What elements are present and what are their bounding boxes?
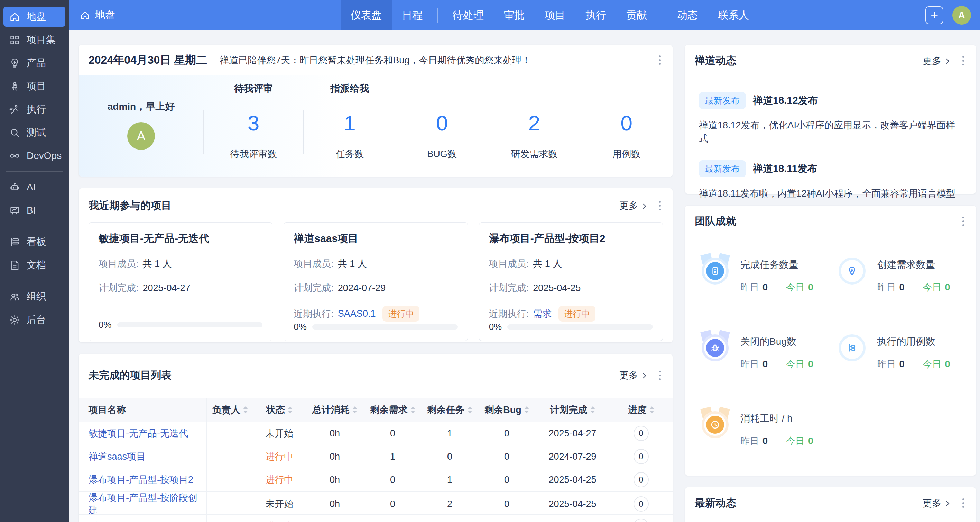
tab-execution[interactable]: 执行 bbox=[576, 0, 616, 30]
column-header-sortable[interactable]: 剩余任务 bbox=[421, 404, 478, 416]
yesterday-label: 昨日 bbox=[877, 281, 896, 294]
tab-contribution[interactable]: 贡献 bbox=[616, 0, 657, 30]
sidebar-item-label: AI bbox=[27, 182, 36, 193]
today-value: 0 bbox=[808, 359, 813, 370]
sidebar-item-bi[interactable]: BI bbox=[3, 200, 65, 220]
sidebar-item-kanban[interactable]: 看板 bbox=[3, 232, 65, 252]
welcome-card: 2024年04月30日 星期二 禅道已陪伴您7天：昨日您暂未处理任务和Bug，今… bbox=[79, 45, 673, 177]
robot-icon bbox=[9, 182, 21, 193]
stat-value[interactable]: 1 bbox=[344, 112, 355, 135]
bug-medal-icon bbox=[699, 332, 731, 364]
stat-value[interactable]: 0 bbox=[620, 112, 632, 135]
welcome-header: 2024年04月30日 星期二 禅道已陪伴您7天：昨日您暂未处理任务和Bug，今… bbox=[79, 45, 673, 75]
sidebar-item-label: 后台 bbox=[27, 313, 46, 326]
idea-medal-icon bbox=[836, 255, 868, 287]
column-header-sortable[interactable]: 状态 bbox=[253, 404, 305, 416]
kebab-menu-icon[interactable] bbox=[657, 368, 663, 383]
sidebar-item-program[interactable]: 项目集 bbox=[3, 30, 65, 50]
runner-icon bbox=[9, 104, 21, 115]
tab-dynamic[interactable]: 动态 bbox=[667, 0, 708, 30]
tab-todo[interactable]: 待处理 bbox=[442, 0, 494, 30]
task-cell: 1 bbox=[421, 474, 478, 485]
project-name[interactable]: 禅道saas项目 bbox=[294, 231, 458, 246]
consumed-cell: 0h bbox=[305, 521, 364, 522]
stat-task: 指派给我 1 任务数 bbox=[304, 82, 396, 177]
avatar[interactable]: A bbox=[127, 122, 155, 150]
sidebar-item-admin[interactable]: 后台 bbox=[3, 310, 65, 330]
sidebar-item-doc[interactable]: 文档 bbox=[3, 255, 65, 275]
execution-link[interactable]: SAAS0.1 bbox=[338, 308, 376, 319]
more-link[interactable]: 更多 bbox=[923, 497, 948, 509]
create-button[interactable]: + bbox=[925, 6, 943, 24]
user-avatar[interactable]: A bbox=[952, 6, 971, 25]
tab-review[interactable]: 审批 bbox=[494, 0, 535, 30]
tab-project[interactable]: 项目 bbox=[535, 0, 576, 30]
more-link[interactable]: 更多 bbox=[619, 200, 645, 212]
plan-label: 计划完成: bbox=[99, 282, 138, 294]
yesterday-label: 昨日 bbox=[740, 281, 759, 294]
tab-calendar[interactable]: 日程 bbox=[392, 0, 433, 30]
members-label: 项目成员: bbox=[99, 257, 138, 270]
column-header-sortable[interactable]: 剩余需求 bbox=[364, 404, 421, 416]
stat-value[interactable]: 0 bbox=[436, 112, 448, 135]
story-cell: 0 bbox=[364, 474, 421, 485]
breadcrumb[interactable]: 地盘 bbox=[80, 8, 115, 22]
infinity-icon bbox=[9, 150, 21, 162]
project-link[interactable]: 禅道saas项目 bbox=[89, 450, 146, 463]
stat-label: 待我评审数 bbox=[230, 148, 277, 160]
story-cell: 1 bbox=[364, 452, 421, 462]
kebab-menu-icon[interactable] bbox=[657, 52, 663, 68]
kebab-menu-icon[interactable] bbox=[960, 495, 966, 511]
kebab-menu-icon[interactable] bbox=[960, 214, 966, 229]
project-card[interactable]: 敏捷项目-无产品-无迭代 项目成员:共 1 人 计划完成:2025-04-27 … bbox=[89, 222, 272, 341]
today-value: 0 bbox=[808, 436, 813, 447]
sidebar-item-execution[interactable]: 执行 bbox=[3, 99, 65, 120]
bug-cell: 0 bbox=[478, 521, 535, 522]
sidebar-item-label: 产品 bbox=[27, 56, 46, 70]
progress-row: 0% bbox=[294, 322, 458, 332]
sidebar-item-project[interactable]: 项目 bbox=[3, 76, 65, 96]
project-card[interactable]: 瀑布项目-产品型-按项目2 项目成员:共 1 人 计划完成:2025-04-25… bbox=[479, 222, 663, 341]
project-name[interactable]: 瀑布项目-产品型-按项目2 bbox=[489, 231, 653, 246]
tab-dashboard[interactable]: 仪表盘 bbox=[340, 0, 392, 30]
sidebar-item-org[interactable]: 组织 bbox=[3, 287, 65, 307]
column-header-sortable[interactable]: 负责人 bbox=[207, 404, 253, 416]
stat-value[interactable]: 2 bbox=[528, 112, 540, 135]
project-name[interactable]: 敏捷项目-无产品-无迭代 bbox=[99, 231, 262, 246]
stat-story: 2 研发需求数 bbox=[488, 82, 581, 177]
stat-value[interactable]: 3 bbox=[248, 112, 259, 135]
news-title[interactable]: 禅道18.12发布 bbox=[753, 94, 818, 108]
bug-cell: 0 bbox=[478, 499, 535, 509]
kebab-menu-icon[interactable] bbox=[960, 53, 966, 69]
tab-contacts[interactable]: 联系人 bbox=[708, 0, 759, 30]
sidebar-item-product[interactable]: 产品 bbox=[3, 53, 65, 73]
sidebar-item-label: DevOps bbox=[27, 150, 62, 161]
news-title[interactable]: 禅道18.11发布 bbox=[753, 162, 818, 176]
project-card[interactable]: 禅道saas项目 项目成员:共 1 人 计划完成:2024-07-29 近期执行… bbox=[283, 222, 468, 341]
today-label: 今日 bbox=[923, 358, 942, 370]
sidebar-item-qa[interactable]: 测试 bbox=[3, 123, 65, 143]
achievements-grid: 完成任务数量 昨日0 今日0 创建需求数量 bbox=[685, 238, 976, 448]
more-link[interactable]: 更多 bbox=[923, 55, 948, 67]
project-link[interactable]: 敏捷项目-无产品-无迭代 bbox=[89, 427, 188, 440]
project-link[interactable]: 瀑布项目-产品型-按项目2 bbox=[89, 474, 193, 486]
sidebar-item-dashboard[interactable]: 地盘 bbox=[3, 6, 65, 27]
story-cell: 1 bbox=[364, 521, 421, 522]
sidebar-item-devops[interactable]: DevOps bbox=[3, 146, 65, 166]
column-header-sortable[interactable]: 进度 bbox=[610, 404, 673, 416]
kebab-menu-icon[interactable] bbox=[657, 198, 663, 214]
column-header-sortable[interactable]: 总计消耗 bbox=[305, 404, 364, 416]
more-link[interactable]: 更多 bbox=[619, 369, 645, 382]
column-header-sortable[interactable]: 计划完成 bbox=[535, 404, 610, 416]
release-badge: 最新发布 bbox=[699, 92, 746, 109]
task-cell: 1 bbox=[421, 428, 478, 439]
sort-icon bbox=[352, 406, 357, 413]
project-link[interactable]: 瀑布项目-产品型-按阶段创建 bbox=[89, 492, 207, 516]
sidebar-item-ai[interactable]: AI bbox=[3, 177, 65, 197]
consumed-cell: 0h bbox=[305, 428, 364, 439]
execution-link[interactable]: 需求 bbox=[533, 308, 552, 320]
progress-circle: 0 bbox=[633, 449, 649, 464]
column-header-sortable[interactable]: 剩余Bug bbox=[478, 404, 535, 416]
yesterday-label: 昨日 bbox=[877, 358, 896, 370]
project-link[interactable]: 看板项目 bbox=[89, 520, 126, 522]
